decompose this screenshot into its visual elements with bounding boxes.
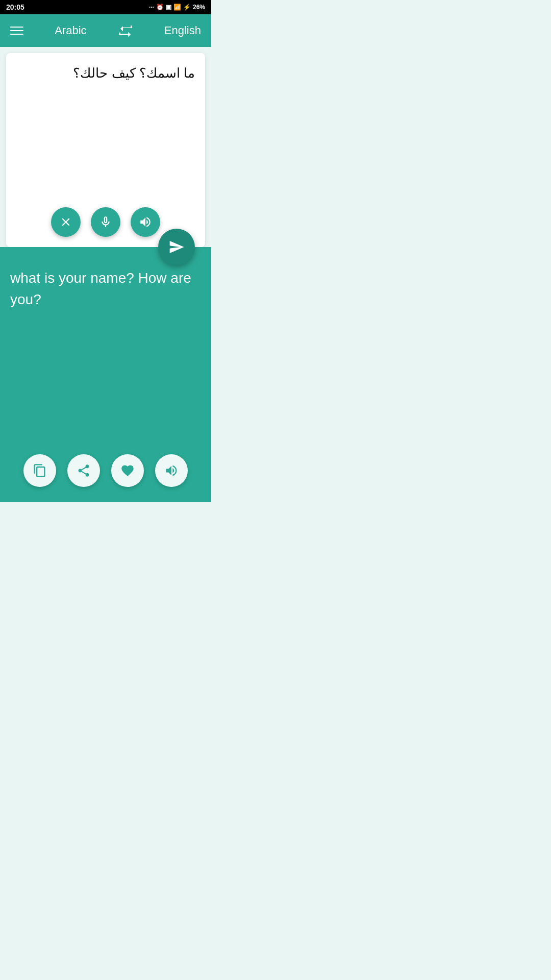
navbar: Arabic English bbox=[0, 14, 211, 47]
input-controls bbox=[51, 207, 160, 237]
swap-languages-button[interactable] bbox=[118, 23, 133, 38]
translate-button[interactable] bbox=[158, 229, 195, 265]
status-icons: ··· ⏰ ▣ 📶 ⚡ 26% bbox=[149, 4, 205, 11]
charging-icon: ⚡ bbox=[183, 4, 191, 11]
share-button[interactable] bbox=[67, 454, 100, 487]
battery-level: 26% bbox=[193, 4, 205, 11]
signal-icon: 📶 bbox=[173, 4, 181, 11]
alarm-icon: ⏰ bbox=[156, 4, 164, 11]
translation-output-text: what is your name? How are you? bbox=[10, 267, 201, 310]
output-section: what is your name? How are you? bbox=[0, 247, 211, 502]
source-language[interactable]: Arabic bbox=[55, 24, 86, 37]
menu-button[interactable] bbox=[10, 27, 23, 35]
input-speaker-button[interactable] bbox=[131, 207, 160, 237]
arabic-input-text[interactable]: ما اسمك؟ كيف حالك؟ bbox=[16, 63, 195, 83]
favorite-button[interactable] bbox=[111, 454, 144, 487]
status-bar: 20:05 ··· ⏰ ▣ 📶 ⚡ 26% bbox=[0, 0, 211, 14]
copy-button[interactable] bbox=[23, 454, 56, 487]
input-wrapper: ما اسمك؟ كيف حالك؟ bbox=[0, 53, 211, 247]
clear-button[interactable] bbox=[51, 207, 81, 237]
output-controls bbox=[23, 454, 188, 487]
target-language[interactable]: English bbox=[164, 24, 201, 37]
sim-icon: ▣ bbox=[166, 4, 171, 11]
dots-icon: ··· bbox=[149, 4, 154, 11]
microphone-button[interactable] bbox=[91, 207, 120, 237]
input-section: ما اسمك؟ كيف حالك؟ bbox=[6, 53, 205, 247]
status-time: 20:05 bbox=[6, 3, 24, 11]
output-speaker-button[interactable] bbox=[155, 454, 188, 487]
